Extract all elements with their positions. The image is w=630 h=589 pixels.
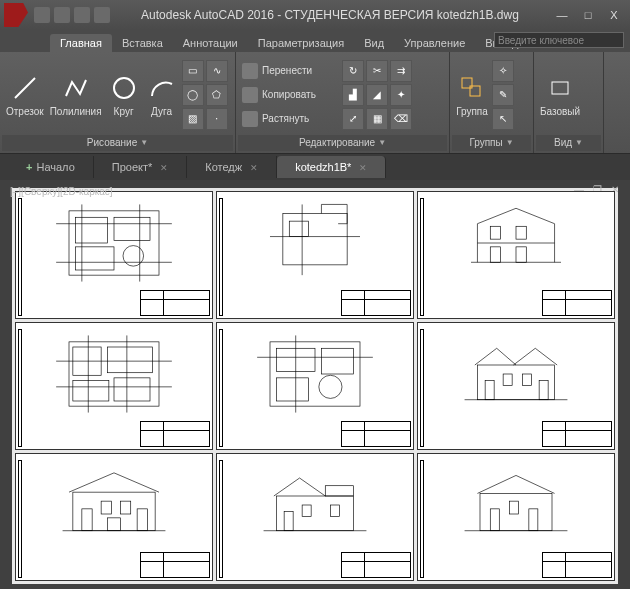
autocad-logo-icon[interactable]: [4, 3, 28, 27]
doc-tab-project[interactable]: Проект*✕: [94, 156, 188, 178]
svg-rect-49: [101, 501, 111, 514]
base-view-button[interactable]: Базовый: [538, 70, 582, 119]
svg-point-1: [114, 78, 134, 98]
line-icon: [9, 72, 41, 104]
svg-rect-41: [477, 365, 554, 400]
offset-button[interactable]: ⇉: [390, 60, 412, 82]
doc-tab-start[interactable]: +Начало: [8, 156, 94, 178]
doc-tab-kotedzh1b[interactable]: kotedzh1B*✕: [277, 156, 386, 178]
copy-icon: [242, 87, 258, 103]
group-icon: [456, 72, 488, 104]
polyline-button[interactable]: Полилиния: [48, 70, 104, 119]
panel-draw-title[interactable]: Рисование: [87, 135, 137, 151]
svg-rect-20: [490, 247, 500, 262]
svg-rect-22: [490, 226, 500, 239]
spline-button[interactable]: ∿: [206, 60, 228, 82]
panel-modify: Перенести Копировать Растянуть ↻ ▟ ⤢ ✂ ◢…: [236, 52, 450, 153]
doc-tab-cottage[interactable]: Котедж✕: [187, 156, 277, 178]
arc-button[interactable]: Дуга: [144, 70, 180, 119]
ribbon-tab-manage[interactable]: Управление: [394, 34, 475, 52]
svg-rect-51: [137, 509, 147, 531]
qat-undo-icon[interactable]: [94, 7, 110, 23]
group-button[interactable]: Группа: [454, 70, 490, 119]
ribbon-tab-home[interactable]: Главная: [50, 34, 112, 52]
circle-button[interactable]: Круг: [106, 70, 142, 119]
ribbon-tab-insert[interactable]: Вставка: [112, 34, 173, 52]
array-button[interactable]: ▦: [366, 108, 388, 130]
hatch-button[interactable]: ▨: [182, 108, 204, 130]
tab-close-icon[interactable]: ✕: [160, 163, 168, 173]
svg-rect-27: [73, 380, 109, 401]
title-bar: Autodesk AutoCAD 2016 - СТУДЕНЧЕСКАЯ ВЕР…: [0, 0, 630, 30]
window-title: Autodesk AutoCAD 2016 - СТУДЕНЧЕСКАЯ ВЕР…: [110, 8, 550, 22]
tab-close-icon[interactable]: ✕: [359, 163, 367, 173]
mirror-button[interactable]: ▟: [342, 84, 364, 106]
circle-icon: [108, 72, 140, 104]
chevron-down-icon: ▼: [506, 135, 514, 151]
polyline-icon: [60, 72, 92, 104]
ribbon-tab-parametric[interactable]: Параметризация: [248, 34, 354, 52]
sheet-elevation-1: [417, 322, 615, 450]
fillet-button[interactable]: ◢: [366, 84, 388, 106]
rectangle-button[interactable]: ▭: [182, 60, 204, 82]
svg-rect-52: [108, 518, 121, 531]
group-edit-button[interactable]: ✎: [492, 84, 514, 106]
svg-rect-47: [73, 492, 155, 531]
panel-groups-title[interactable]: Группы: [469, 135, 502, 151]
panel-modify-title[interactable]: Редактирование: [299, 135, 375, 151]
svg-rect-45: [539, 380, 548, 399]
explode-button[interactable]: ✦: [390, 84, 412, 106]
panel-groups: Группа ✧ ✎ ↖ Группы▼: [450, 52, 534, 153]
base-view-icon: [544, 72, 576, 104]
ribbon-tab-view[interactable]: Вид: [354, 34, 394, 52]
ungroup-button[interactable]: ✧: [492, 60, 514, 82]
svg-rect-50: [120, 501, 130, 514]
stretch-button[interactable]: Растянуть: [240, 108, 340, 130]
ellipse-button[interactable]: ◯: [182, 84, 204, 106]
search-placeholder: Введите ключевое: [498, 35, 584, 46]
quick-access-toolbar: [34, 7, 110, 23]
svg-rect-36: [276, 378, 308, 401]
point-button[interactable]: ·: [206, 108, 228, 130]
svg-rect-35: [321, 348, 353, 374]
sheet-elevation-2: [15, 453, 213, 581]
sheet-plan-4: [216, 322, 414, 450]
scale-button[interactable]: ⤢: [342, 108, 364, 130]
qat-open-icon[interactable]: [54, 7, 70, 23]
arc-icon: [146, 72, 178, 104]
qat-new-icon[interactable]: [34, 7, 50, 23]
erase-button[interactable]: ⌫: [390, 108, 412, 130]
line-button[interactable]: Отрезок: [4, 70, 46, 119]
document-tabs: +Начало Проект*✕ Котедж✕ kotedzh1B*✕: [0, 154, 630, 180]
sheet-plan-1: [15, 191, 213, 319]
ribbon-tab-annotate[interactable]: Аннотации: [173, 34, 248, 52]
panel-view-title[interactable]: Вид: [554, 135, 572, 151]
close-button[interactable]: X: [602, 6, 626, 24]
svg-rect-15: [289, 221, 308, 236]
drawing-canvas[interactable]: [12, 188, 618, 584]
chevron-down-icon: ▼: [140, 135, 148, 151]
svg-rect-42: [485, 380, 494, 399]
sheet-section: [417, 191, 615, 319]
svg-rect-6: [75, 217, 107, 243]
qat-save-icon[interactable]: [74, 7, 90, 23]
stretch-icon: [242, 111, 258, 127]
svg-rect-44: [522, 374, 531, 386]
svg-rect-63: [529, 509, 538, 531]
group-select-button[interactable]: ↖: [492, 108, 514, 130]
svg-rect-4: [552, 82, 568, 94]
svg-rect-21: [516, 247, 526, 262]
copy-button[interactable]: Копировать: [240, 84, 340, 106]
svg-rect-54: [276, 496, 353, 531]
viewport-label[interactable]: [–][Сверху][2D-каркас]: [10, 186, 113, 197]
polygon-button[interactable]: ⬠: [206, 84, 228, 106]
maximize-button[interactable]: □: [576, 6, 600, 24]
minimize-button[interactable]: —: [550, 6, 574, 24]
move-button[interactable]: Перенести: [240, 60, 340, 82]
tab-close-icon[interactable]: ✕: [250, 163, 258, 173]
rotate-button[interactable]: ↻: [342, 60, 364, 82]
search-box[interactable]: Введите ключевое: [494, 32, 624, 48]
trim-button[interactable]: ✂: [366, 60, 388, 82]
svg-rect-56: [284, 511, 293, 530]
panel-draw: Отрезок Полилиния Круг Дуга ▭ ◯ ▨ ∿ ⬠: [0, 52, 236, 153]
